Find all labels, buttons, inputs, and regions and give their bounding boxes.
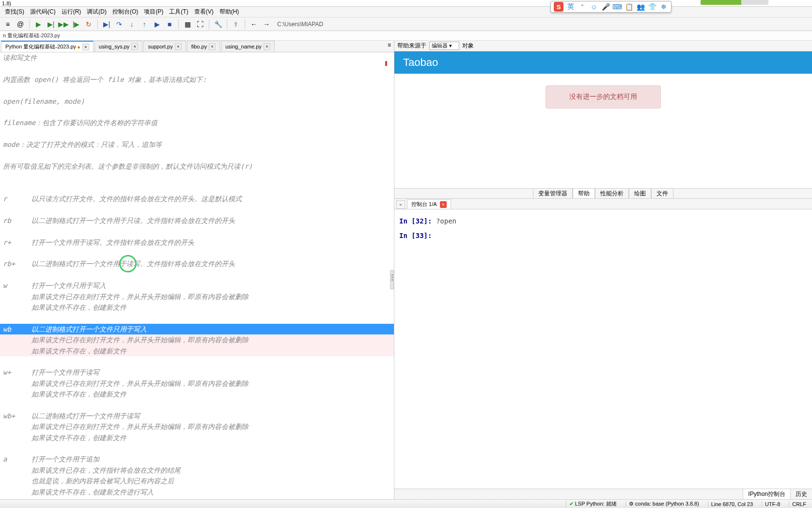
maximize-icon[interactable]: ⛶ — [194, 18, 206, 30]
ime-lang[interactable]: 英 — [566, 2, 575, 11]
tab-help[interactable]: 帮助 — [573, 189, 595, 198]
help-source-label: 帮助来源于 — [397, 42, 426, 50]
splitter-handle[interactable] — [390, 270, 394, 289]
run-icon[interactable]: ▶ — [32, 18, 44, 30]
code-line — [0, 85, 394, 95]
debug-run-icon[interactable]: ▶ — [151, 18, 163, 30]
separator — [245, 19, 245, 29]
in-num: 32 — [416, 217, 424, 225]
menu-console[interactable]: 控制台(O) — [109, 7, 141, 17]
task-progress — [701, 0, 768, 5]
debug-step-in-icon[interactable]: ↓ — [126, 18, 138, 30]
status-lsp[interactable]: ✔ LSP Python: 就绪 — [566, 500, 620, 508]
debug-continue-icon[interactable]: ▶| — [101, 18, 112, 30]
code-line: rb+ 以二进制格式打开一个文件用于读写。文件指针将会放在文件的开头 — [0, 258, 394, 269]
close-icon[interactable]: × — [175, 43, 182, 50]
code-line: 如果该文件已存在则打开文件，并从开头开始编辑，即原有内容会被删除 — [0, 334, 394, 345]
close-icon[interactable]: × — [440, 201, 447, 208]
run-cell-advance-icon[interactable]: ▶▶ — [58, 18, 69, 30]
tab-ipython-console[interactable]: IPython控制台 — [743, 489, 790, 499]
tab-files[interactable]: 文件 — [651, 189, 673, 198]
ime-voice-icon[interactable]: 🎤 — [601, 2, 610, 11]
modified-icon: ● — [77, 44, 80, 50]
help-toolbar: 帮助来源于 编辑器 ▾ 对象 — [394, 41, 812, 51]
close-icon[interactable]: × — [209, 43, 216, 50]
tab-label: Python 量化编程基础-2023.py — [5, 43, 76, 50]
python-icon[interactable]: ⚕ — [230, 18, 242, 30]
tab-plots[interactable]: 绘图 — [629, 189, 651, 198]
ime-users-icon[interactable]: 👥 — [636, 2, 645, 11]
console-body[interactable]: In [32]: ?open In [33]: — [394, 209, 812, 489]
rerun-icon[interactable]: ↻ — [83, 18, 94, 30]
close-icon[interactable]: × — [131, 43, 138, 50]
ime-skin-icon[interactable]: 👕 — [648, 2, 656, 11]
toolbar-outline-icon[interactable]: ≡ — [2, 18, 14, 30]
toolbar-at-icon[interactable]: @ — [15, 18, 26, 30]
tab-variable-explorer[interactable]: 变量管理器 — [533, 189, 573, 198]
code-line — [0, 248, 394, 258]
console-menu-icon[interactable]: ▫ — [396, 200, 405, 209]
menu-bar: 查找(S) 源代码(C) 运行(R) 调试(D) 控制台(O) 项目(P) 工具… — [0, 7, 812, 17]
status-eol[interactable]: CRLF — [789, 501, 809, 507]
editor-tab[interactable]: support.py × — [143, 41, 186, 52]
toolbar: ≡ @ ▶ ▶| ▶▶ |▶ ↻ ▶| ↷ ↓ ↑ ▶ ■ ▦ ⛶ 🔧 ⚕ ← … — [0, 17, 812, 31]
file-path-text: n 量化编程基础-2023.py — [3, 32, 60, 38]
help-object-label: 对象 — [462, 42, 474, 50]
menu-search[interactable]: 查找(S) — [2, 7, 27, 17]
code-line: 如果该文件已存在，文件指针将会放在文件的结尾 — [0, 465, 394, 476]
nav-back-icon[interactable]: ← — [248, 18, 260, 30]
close-icon[interactable]: × — [264, 43, 270, 50]
breadcrumb-path: C:\Users\MIAPAD — [277, 21, 323, 28]
code-line: w 打开一个文件只用于写入 — [0, 280, 394, 291]
status-conda[interactable]: ⚙ conda: base (Python 3.8.8) — [625, 501, 702, 507]
tab-label: support.py — [148, 44, 172, 49]
help-source-select[interactable]: 编辑器 ▾ — [429, 42, 459, 50]
editor-tab[interactable]: Python 量化编程基础-2023.py ● × — [1, 41, 94, 52]
editor-tab[interactable]: fibo.py × — [187, 41, 220, 52]
console-panel: ▫ 控制台 1/A × In [32]: ?open In [33]: IPyt… — [394, 199, 812, 499]
menu-view[interactable]: 查看(V) — [191, 7, 217, 17]
tab-label: using_name.py — [225, 44, 262, 49]
menu-project[interactable]: 项目(P) — [141, 7, 166, 17]
tabs-menu-icon[interactable]: ≡ — [385, 41, 394, 52]
separator — [209, 19, 209, 29]
ime-punct-icon[interactable]: “ — [578, 2, 587, 11]
console-tab[interactable]: 控制台 1/A × — [407, 199, 451, 209]
menu-source[interactable]: 源代码(C) — [27, 7, 59, 17]
code-line: mode：决定了打开文件的模式：只读，写入，追加等 — [0, 139, 394, 150]
ime-toolbar[interactable]: S 英 “ ☺ 🎤 ⌨ 📋 👥 👕 ❄ — [550, 1, 671, 13]
help-title: Taobao — [394, 51, 812, 74]
ime-emoji-icon[interactable]: ☺ — [590, 2, 598, 11]
editor-tab[interactable]: using_name.py × — [221, 41, 275, 52]
menu-debug[interactable]: 调试(D) — [84, 7, 109, 17]
settings-icon[interactable]: 🔧 — [212, 18, 224, 30]
tab-history[interactable]: 历史 — [790, 489, 812, 499]
code-line — [0, 497, 394, 499]
menu-help[interactable]: 帮助(H) — [217, 7, 242, 17]
code-line — [0, 150, 394, 161]
code-line: open(filename, mode) — [0, 96, 394, 107]
nav-forward-icon[interactable]: → — [261, 18, 272, 30]
editor-tab[interactable]: using_sys.py × — [94, 41, 143, 52]
scroll-marker — [385, 61, 387, 66]
code-line: r+ 打开一个文件用于读写。文件指针将会放在文件的开头 — [0, 237, 394, 248]
toolbar-grid-icon[interactable]: ▦ — [182, 18, 193, 30]
menu-run[interactable]: 运行(R) — [59, 7, 84, 17]
in-num: 33 — [416, 232, 424, 239]
status-encoding[interactable]: UTF-8 — [762, 501, 783, 507]
ime-clip-icon[interactable]: 📋 — [625, 2, 633, 11]
run-cell-icon[interactable]: ▶| — [45, 18, 57, 30]
debug-step-out-icon[interactable]: ↑ — [139, 18, 150, 30]
run-selection-icon[interactable]: |▶ — [70, 18, 82, 30]
status-linecol[interactable]: Line 6870, Col 23 — [708, 501, 756, 507]
editor-pane: Python 量化编程基础-2023.py ● × using_sys.py ×… — [0, 41, 394, 499]
code-line: 所有可取值见如下的完全列表。这个参数是非强制的，默认文件访问模式为只读(r) — [0, 161, 394, 172]
menu-tools[interactable]: 工具(T) — [166, 7, 191, 17]
debug-step-icon[interactable]: ↷ — [113, 18, 125, 30]
tab-profiler[interactable]: 性能分析 — [595, 189, 629, 198]
code-editor[interactable]: 读和写文件 内置函数 open() 将会返回一个 file 对象，基本语法格式如… — [0, 52, 394, 499]
close-icon[interactable]: × — [82, 44, 89, 50]
debug-stop-icon[interactable]: ■ — [164, 18, 175, 30]
ime-kb-icon[interactable]: ⌨ — [613, 2, 622, 11]
ime-tool-icon[interactable]: ❄ — [659, 2, 668, 11]
